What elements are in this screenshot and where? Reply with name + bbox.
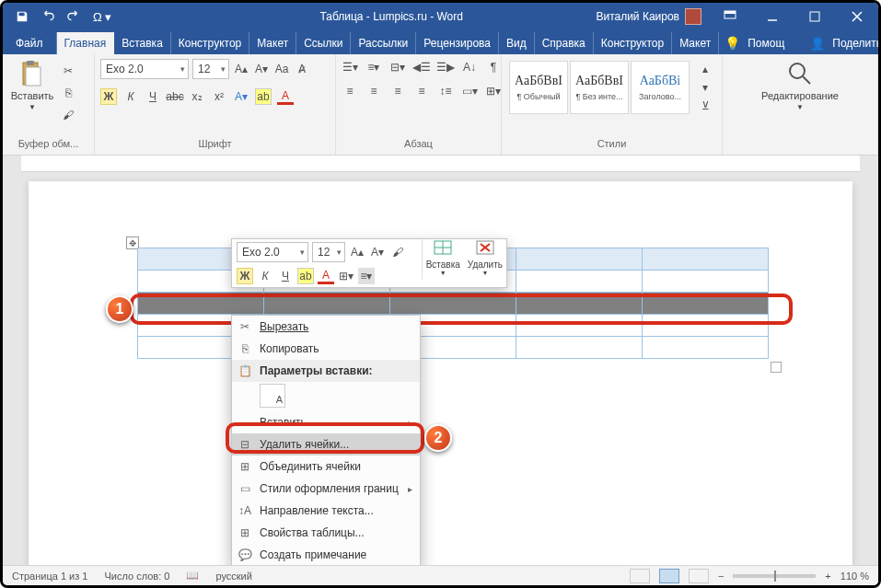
mini-bold[interactable]: Ж bbox=[237, 268, 253, 284]
superscript-button[interactable]: x² bbox=[211, 88, 227, 105]
numbering-icon[interactable]: ≡▾ bbox=[365, 59, 382, 75]
align-center-icon[interactable]: ≡ bbox=[365, 83, 382, 99]
styles-down-icon[interactable]: ▾ bbox=[697, 79, 713, 96]
editing-button[interactable]: Редактирование ▼ bbox=[776, 59, 824, 111]
tab-table-layout[interactable]: Макет bbox=[672, 32, 719, 54]
line-spacing-icon[interactable]: ↕≡ bbox=[437, 83, 454, 99]
italic-button[interactable]: К bbox=[122, 88, 139, 105]
bold-button[interactable]: Ж bbox=[100, 88, 117, 105]
tab-mailings[interactable]: Рассылки bbox=[351, 32, 416, 54]
status-spellcheck-icon[interactable]: 📖 bbox=[186, 570, 199, 582]
sort-icon[interactable]: A↓ bbox=[461, 59, 478, 75]
lightbulb-icon[interactable]: 💡 bbox=[725, 36, 740, 51]
font-size-combo[interactable]: 12 bbox=[192, 59, 229, 79]
zoom-out-icon[interactable]: − bbox=[718, 571, 724, 582]
tab-design[interactable]: Конструктор bbox=[171, 32, 249, 54]
clear-format-icon[interactable]: A̷ bbox=[294, 61, 310, 77]
shading-icon[interactable]: ▭▾ bbox=[461, 83, 478, 99]
style-normal[interactable]: АаБбВвІ¶ Обычный bbox=[509, 61, 568, 114]
minimize-button[interactable] bbox=[751, 3, 794, 30]
redo-icon[interactable] bbox=[67, 10, 80, 23]
view-print-icon[interactable] bbox=[659, 569, 679, 583]
paste-button[interactable]: Вставить ▼ bbox=[8, 59, 56, 111]
ctx-cut[interactable]: ✂Вырезать bbox=[232, 316, 420, 338]
paste-keep-text-icon[interactable]: A bbox=[260, 384, 285, 408]
user-area[interactable]: Виталий Каиров bbox=[596, 8, 709, 25]
ctx-table-properties[interactable]: ⊞Свойства таблицы... bbox=[232, 522, 420, 544]
styles-up-icon[interactable]: ▴ bbox=[697, 61, 713, 77]
ruler[interactable] bbox=[21, 156, 860, 172]
mini-delete-button[interactable]: Удалить▼ bbox=[464, 239, 506, 287]
mini-fontcolor-icon[interactable]: A bbox=[318, 268, 334, 284]
subscript-button[interactable]: x₂ bbox=[189, 88, 205, 105]
omega-icon[interactable]: Ω ▾ bbox=[93, 10, 111, 24]
justify-icon[interactable]: ≡ bbox=[413, 83, 430, 99]
copy-icon[interactable]: ⎘ bbox=[60, 85, 76, 101]
tab-layout[interactable]: Макет bbox=[249, 32, 296, 54]
zoom-level[interactable]: 110 % bbox=[840, 571, 869, 582]
tab-home[interactable]: Главная bbox=[57, 32, 115, 54]
ctx-insert[interactable]: Вставить▸ bbox=[232, 411, 420, 433]
cut-icon[interactable]: ✂ bbox=[60, 63, 76, 79]
mini-italic[interactable]: К bbox=[257, 268, 273, 284]
align-right-icon[interactable]: ≡ bbox=[389, 83, 406, 99]
ctx-copy[interactable]: ⎘Копировать bbox=[232, 338, 420, 360]
text-effects-icon[interactable]: A▾ bbox=[233, 88, 249, 105]
change-case-icon[interactable]: Aa bbox=[273, 61, 290, 77]
inc-indent-icon[interactable]: ☰▶ bbox=[437, 59, 454, 75]
share-icon[interactable]: 👤 bbox=[810, 37, 825, 51]
mini-border-icon[interactable]: ⊞▾ bbox=[338, 268, 354, 284]
tab-view[interactable]: Вид bbox=[499, 32, 535, 54]
mini-highlight-icon[interactable]: ab bbox=[297, 268, 314, 284]
mini-shrink-icon[interactable]: A▾ bbox=[369, 244, 386, 260]
mini-insert-button[interactable]: Вставка▼ bbox=[423, 239, 464, 287]
zoom-in-icon[interactable]: + bbox=[825, 571, 830, 582]
align-left-icon[interactable]: ≡ bbox=[342, 83, 358, 99]
view-web-icon[interactable] bbox=[689, 569, 709, 583]
mini-grow-icon[interactable]: A▴ bbox=[349, 244, 365, 260]
tab-references[interactable]: Ссылки bbox=[296, 32, 351, 54]
font-color-icon[interactable]: A bbox=[277, 88, 294, 105]
mini-size-combo[interactable]: 12 bbox=[312, 242, 345, 262]
status-words[interactable]: Число слов: 0 bbox=[104, 571, 169, 582]
mini-align-icon[interactable]: ≡▾ bbox=[358, 268, 375, 284]
ctx-text-direction[interactable]: ↕AНаправление текста... bbox=[232, 500, 420, 522]
tell-me[interactable]: Помощ bbox=[748, 37, 784, 50]
tab-file[interactable]: Файл bbox=[3, 32, 57, 54]
save-icon[interactable] bbox=[16, 10, 29, 23]
table-resize-handle[interactable] bbox=[771, 362, 782, 373]
multilevel-icon[interactable]: ⊟▾ bbox=[389, 59, 406, 75]
shrink-font-icon[interactable]: A▾ bbox=[253, 61, 270, 77]
grow-font-icon[interactable]: A▴ bbox=[233, 61, 249, 77]
format-painter-icon[interactable]: 🖌 bbox=[60, 107, 76, 123]
tab-table-design[interactable]: Конструктор bbox=[594, 32, 672, 54]
strike-button[interactable]: abc bbox=[167, 88, 183, 105]
pilcrow-icon[interactable]: ¶ bbox=[485, 59, 502, 75]
highlight-icon[interactable]: ab bbox=[255, 88, 272, 105]
ctx-delete-cells[interactable]: ⊟Удалить ячейки... bbox=[232, 433, 420, 455]
zoom-slider[interactable] bbox=[733, 574, 816, 578]
status-page[interactable]: Страница 1 из 1 bbox=[12, 571, 87, 582]
style-nospacing[interactable]: АаБбВвІ¶ Без инте... bbox=[570, 61, 629, 114]
share-button[interactable]: Поделиться bbox=[832, 37, 881, 50]
ctx-merge-cells[interactable]: ⊞Объединить ячейки bbox=[232, 455, 420, 478]
underline-button[interactable]: Ч bbox=[145, 88, 161, 105]
styles-more-icon[interactable]: ⊻ bbox=[697, 98, 713, 114]
close-button[interactable] bbox=[836, 3, 878, 30]
maximize-button[interactable] bbox=[794, 3, 836, 30]
tab-review[interactable]: Рецензирова bbox=[416, 32, 499, 54]
tab-help[interactable]: Справка bbox=[535, 32, 594, 54]
view-read-icon[interactable] bbox=[630, 569, 650, 583]
font-name-combo[interactable]: Exo 2.0 bbox=[100, 59, 189, 79]
mini-font-combo[interactable]: Exo 2.0 bbox=[237, 242, 308, 262]
ctx-border-styles[interactable]: ▭Стили оформления границ▸ bbox=[232, 478, 420, 500]
dec-indent-icon[interactable]: ◀☰ bbox=[413, 59, 430, 75]
mini-painter-icon[interactable]: 🖌 bbox=[389, 244, 406, 260]
bullets-icon[interactable]: ☰▾ bbox=[342, 59, 358, 75]
status-language[interactable]: русский bbox=[215, 571, 251, 582]
tab-insert[interactable]: Вставка bbox=[114, 32, 171, 54]
style-heading[interactable]: АаБбВіЗаголово... bbox=[631, 61, 690, 114]
undo-icon[interactable] bbox=[41, 10, 54, 23]
ctx-new-comment[interactable]: 💬Создать примечание bbox=[232, 544, 420, 566]
ribbon-options-icon[interactable] bbox=[709, 3, 751, 30]
